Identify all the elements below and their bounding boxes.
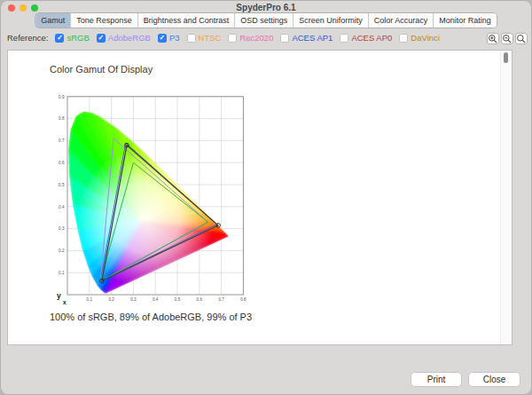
svg-text:0.4: 0.4 xyxy=(59,205,65,209)
checked-checkbox-p3[interactable]: ✓ xyxy=(158,34,167,43)
unchecked-checkbox-aces-ap1[interactable] xyxy=(280,34,289,43)
zoom-out-button[interactable] xyxy=(501,33,513,44)
checkbox-label-aces-ap1: ACES AP1 xyxy=(292,33,332,43)
unchecked-checkbox-ntsc[interactable] xyxy=(187,34,196,43)
reference-option-aces-ap1[interactable]: ACES AP1 xyxy=(280,33,332,43)
reference-option-adobergb[interactable]: ✓AdobeRGB xyxy=(97,33,151,43)
svg-text:0.3: 0.3 xyxy=(59,226,65,231)
svg-text:0.5: 0.5 xyxy=(59,183,65,187)
unchecked-checkbox-aces-ap0[interactable] xyxy=(340,34,348,43)
scrollbar-thumb[interactable] xyxy=(504,52,508,63)
svg-text:0.3: 0.3 xyxy=(130,297,137,302)
zoom-out-icon xyxy=(502,34,512,44)
content-panel: Color Gamut Of Display 0.10.20.30.40.50.… xyxy=(7,50,512,345)
window-title: SpyderPro 6.1 xyxy=(0,3,532,12)
unchecked-checkbox-davinci[interactable] xyxy=(399,34,408,43)
svg-text:0.5: 0.5 xyxy=(175,297,181,302)
checkbox-label-srgb: sRGB xyxy=(66,33,89,43)
title-bar[interactable]: SpyderPro 6.1 xyxy=(0,0,532,12)
chart-title: Color Gamut Of Display xyxy=(50,64,153,75)
svg-text:0.4: 0.4 xyxy=(153,297,159,302)
checkbox-label-rec2020: Rec2020 xyxy=(239,33,273,43)
tab-osd-settings[interactable]: OSD settings xyxy=(234,13,293,28)
svg-text:0.2: 0.2 xyxy=(108,297,114,302)
print-button[interactable]: Print xyxy=(411,372,462,387)
checkbox-label-aces-ap0: ACES AP0 xyxy=(351,33,392,43)
reference-option-p3[interactable]: ✓P3 xyxy=(158,33,180,43)
cie-chromaticity-chart: 0.10.20.30.40.50.60.70.80.10.20.30.40.50… xyxy=(39,89,271,311)
svg-text:0.1: 0.1 xyxy=(59,271,65,275)
close-button[interactable]: Close xyxy=(468,372,520,387)
checked-checkbox-srgb[interactable]: ✓ xyxy=(55,34,64,43)
checked-checkbox-adobergb[interactable]: ✓ xyxy=(97,34,106,43)
y-axis-label: y xyxy=(57,291,61,300)
app-window: SpyderPro 6.1 GamutTone ResponseBrightne… xyxy=(0,0,532,395)
magnifier-icon xyxy=(516,34,527,44)
reference-option-davinci[interactable]: DaVinci xyxy=(399,33,440,43)
svg-text:0.1: 0.1 xyxy=(87,297,93,302)
zoom-toolbar xyxy=(487,33,528,44)
reference-options: ✓sRGB✓AdobeRGB✓P3NTSCRec2020ACES AP1ACES… xyxy=(55,33,439,43)
tab-screen-uniformity[interactable]: Screen Uniformity xyxy=(293,13,368,28)
svg-text:0.8: 0.8 xyxy=(240,297,246,302)
svg-text:0.6: 0.6 xyxy=(59,161,65,165)
tab-brightness-and-contrast[interactable]: Brightness and Contrast xyxy=(137,13,235,28)
checkbox-label-adobergb: AdobeRGB xyxy=(108,33,151,43)
reference-option-srgb[interactable]: ✓sRGB xyxy=(55,33,89,43)
svg-text:0.9: 0.9 xyxy=(59,95,65,99)
zoom-in-button[interactable] xyxy=(487,33,499,44)
reference-option-aces-ap0[interactable]: ACES AP0 xyxy=(340,33,392,43)
gamut-coverage-summary: 100% of sRGB, 89% of AdobeRGB, 99% of P3 xyxy=(50,312,252,322)
reference-label: Reference: xyxy=(7,33,48,43)
svg-text:0.2: 0.2 xyxy=(59,249,65,253)
checkbox-label-ntsc: NTSC xyxy=(199,33,222,43)
svg-text:0.7: 0.7 xyxy=(218,297,224,302)
tab-bar: GamutTone ResponseBrightness and Contras… xyxy=(35,12,497,28)
tab-gamut[interactable]: Gamut xyxy=(35,13,70,28)
tab-monitor-rating[interactable]: Monitor Rating xyxy=(433,13,497,28)
zoom-reset-button[interactable] xyxy=(515,33,528,44)
reference-option-ntsc[interactable]: NTSC xyxy=(187,33,222,43)
reference-option-rec2020[interactable]: Rec2020 xyxy=(228,33,273,43)
tab-tone-response[interactable]: Tone Response xyxy=(70,13,137,28)
svg-text:0.6: 0.6 xyxy=(197,297,203,302)
svg-text:0.8: 0.8 xyxy=(59,116,65,121)
x-axis-label: x xyxy=(63,299,66,305)
scrollbar-track[interactable] xyxy=(500,51,512,344)
tab-color-accuracy[interactable]: Color Accuracy xyxy=(368,13,434,28)
zoom-in-icon xyxy=(488,34,498,44)
unchecked-checkbox-rec2020[interactable] xyxy=(228,34,237,43)
svg-text:0.7: 0.7 xyxy=(59,138,65,143)
checkbox-label-p3: P3 xyxy=(169,33,180,43)
reference-row: Reference: ✓sRGB✓AdobeRGB✓P3NTSCRec2020A… xyxy=(7,33,440,43)
checkbox-label-davinci: DaVinci xyxy=(411,33,440,43)
